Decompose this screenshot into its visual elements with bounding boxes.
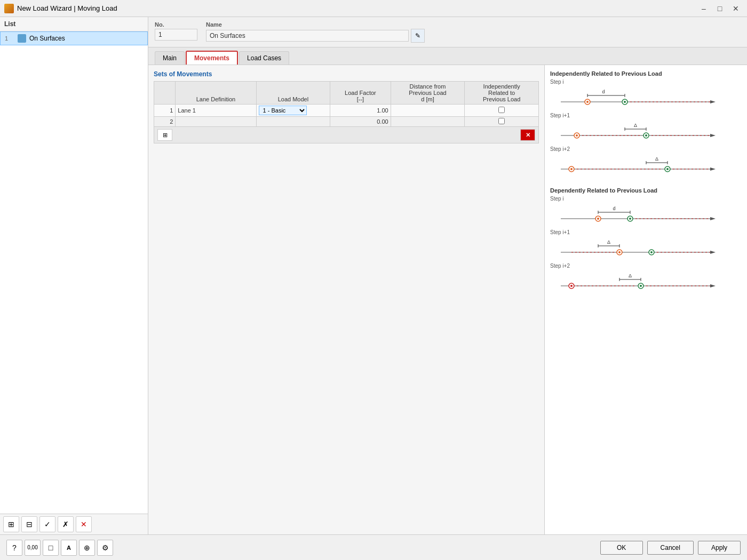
- uncheck-button[interactable]: ✗: [58, 516, 74, 532]
- table-delete-button[interactable]: ✕: [520, 129, 535, 141]
- svg-marker-1: [710, 100, 716, 103]
- svg-text:d: d: [602, 89, 605, 94]
- list-item-number: 1: [5, 35, 14, 42]
- step-i1-label: Step i+1: [550, 113, 742, 118]
- svg-point-32: [666, 168, 669, 170]
- check-button[interactable]: ✓: [39, 516, 55, 532]
- list-item-label: On Surfaces: [29, 35, 65, 42]
- diagram-section: Independently Related to Previous Load S…: [544, 65, 747, 534]
- ok-button[interactable]: OK: [600, 541, 643, 555]
- header-fields: No. Name ✎: [148, 17, 747, 47]
- close-button[interactable]: ✕: [729, 3, 743, 14]
- list-item-icon: [18, 34, 26, 43]
- step-i2-label: Step i+2: [550, 146, 742, 152]
- row1-model-select[interactable]: 1 - Basic 2 - Advanced: [259, 106, 307, 115]
- row2-model: [256, 117, 330, 127]
- add-btn[interactable]: ⊕: [79, 540, 95, 556]
- table-row: 1 Lane 1 1 - Basic 2 - Advanced 1.00: [154, 105, 539, 117]
- svg-marker-59: [710, 284, 716, 287]
- col-header-model: Load Model: [256, 82, 330, 105]
- svg-point-7: [586, 101, 589, 103]
- no-input[interactable]: [155, 29, 197, 41]
- row1-distance: [391, 105, 465, 117]
- tab-movements[interactable]: Movements: [186, 51, 238, 65]
- svg-marker-36: [710, 217, 716, 220]
- left-panel: List 1 On Surfaces ⊞ ⊟ ✓ ✗ ✕: [0, 17, 148, 534]
- svg-point-30: [570, 168, 573, 170]
- row2-lane: [176, 117, 256, 127]
- content-area: List 1 On Surfaces ⊞ ⊟ ✓ ✗ ✕ No.: [0, 17, 747, 534]
- row1-no: 1: [154, 105, 176, 117]
- svg-marker-24: [710, 167, 716, 171]
- delete-item-button[interactable]: ✕: [76, 516, 92, 532]
- svg-point-55: [650, 251, 653, 253]
- table-row: 2 0.00: [154, 117, 539, 127]
- window-title: New Load Wizard | Moving Load: [17, 4, 117, 12]
- decimal-btn[interactable]: 0,00: [25, 540, 41, 556]
- step-i1-svg: Δ: [550, 119, 732, 146]
- col-header-factor: Load Factor[--]: [330, 82, 391, 105]
- tab-load-cases[interactable]: Load Cases: [239, 51, 289, 65]
- content-panel: Sets of Movements Lane Definition Load M…: [148, 65, 747, 534]
- svg-point-65: [570, 285, 573, 287]
- settings-btn[interactable]: ⚙: [97, 540, 113, 556]
- svg-text:Δ: Δ: [655, 156, 658, 162]
- step-i-label: Step i: [550, 79, 742, 85]
- apply-button[interactable]: Apply: [698, 541, 741, 555]
- row2-no: 2: [154, 117, 176, 127]
- name-input[interactable]: [206, 30, 409, 42]
- col-header-lane: Lane Definition: [176, 82, 256, 105]
- svg-point-18: [576, 134, 578, 137]
- svg-marker-47: [710, 251, 716, 254]
- list-header: List: [0, 17, 148, 31]
- svg-text:Δ: Δ: [629, 273, 632, 278]
- name-label: Name: [206, 21, 425, 28]
- tab-main[interactable]: Main: [155, 51, 185, 65]
- table-add-button[interactable]: ⊞: [157, 129, 172, 141]
- app-icon: [4, 4, 14, 13]
- no-field-group: No.: [155, 21, 197, 41]
- view-btn[interactable]: □: [43, 540, 59, 556]
- bottom-toolbar-right: OK Cancel Apply: [600, 541, 741, 555]
- row2-independent-check[interactable]: [498, 118, 505, 124]
- no-label: No.: [155, 21, 197, 28]
- independently-title: Independently Related to Previous Load: [550, 70, 742, 77]
- maximize-button[interactable]: □: [713, 3, 727, 14]
- list-item[interactable]: 1 On Surfaces: [0, 31, 148, 45]
- main-container: List 1 On Surfaces ⊞ ⊟ ✓ ✗ ✕ No.: [0, 17, 747, 560]
- svg-point-67: [640, 285, 642, 287]
- step-i-svg: d: [550, 86, 732, 113]
- dep-step-i1-svg: Δ: [550, 236, 732, 263]
- row2-distance: [391, 117, 465, 127]
- copy-item-button[interactable]: ⊟: [21, 516, 37, 532]
- text-btn[interactable]: A: [61, 540, 77, 556]
- bottom-toolbar-left: ? 0,00 □ A ⊕ ⚙: [6, 540, 113, 556]
- row1-independent-check[interactable]: [498, 107, 505, 113]
- right-panel: No. Name ✎ Main Movements Load Cases: [148, 17, 747, 534]
- titlebar: New Load Wizard | Moving Load – □ ✕: [0, 0, 747, 17]
- svg-point-44: [629, 218, 631, 220]
- dep-step-i-label: Step i: [550, 196, 742, 202]
- row1-lane: Lane 1: [176, 105, 256, 117]
- minimize-button[interactable]: –: [697, 3, 711, 14]
- step-i2-svg: Δ: [550, 153, 732, 180]
- row2-independent: [465, 117, 539, 127]
- titlebar-left: New Load Wizard | Moving Load: [4, 4, 117, 13]
- table-toolbar: ⊞ ✕: [154, 127, 539, 143]
- col-header-independent: IndependentlyRelated toPrevious Load: [465, 82, 539, 105]
- tabs-bar: Main Movements Load Cases: [148, 47, 747, 65]
- dep-step-i2-label: Step i+2: [550, 263, 742, 269]
- edit-name-button[interactable]: ✎: [411, 29, 425, 43]
- svg-text:Δ: Δ: [607, 239, 610, 245]
- help-icon-btn[interactable]: ?: [6, 540, 22, 556]
- row2-factor: 0.00: [330, 117, 391, 127]
- row1-factor: 1.00: [330, 105, 391, 117]
- cancel-button[interactable]: Cancel: [647, 541, 694, 555]
- svg-point-42: [597, 218, 599, 220]
- name-field-group: Name ✎: [206, 21, 425, 43]
- add-item-button[interactable]: ⊞: [3, 516, 19, 532]
- name-field-row: ✎: [206, 29, 425, 43]
- row1-independent: [465, 105, 539, 117]
- movements-table: Lane Definition Load Model Load Factor[-…: [154, 81, 539, 127]
- bottom-toolbar: ? 0,00 □ A ⊕ ⚙ OK Cancel Apply: [0, 534, 747, 560]
